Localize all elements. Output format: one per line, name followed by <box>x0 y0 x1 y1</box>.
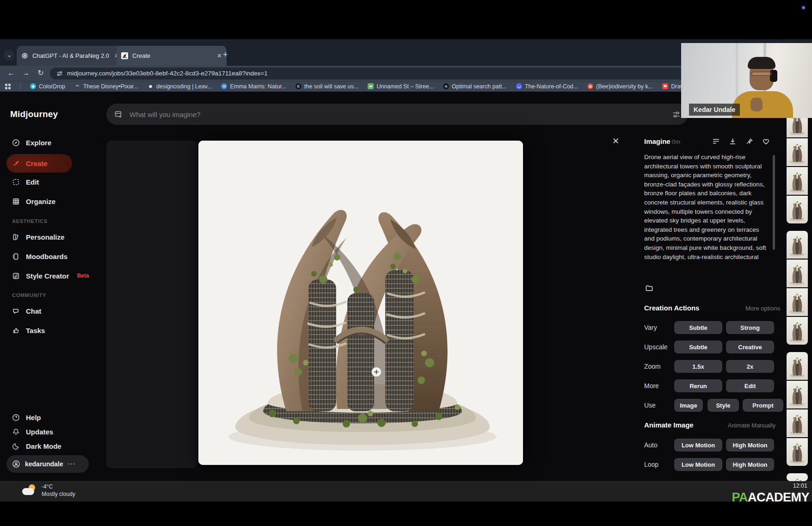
recording-indicator-dot <box>802 6 805 9</box>
use-style-button[interactable]: Style <box>707 399 739 412</box>
tab-search-chevron-icon[interactable]: ⌄ <box>4 50 15 61</box>
heart-icon[interactable] <box>762 137 770 145</box>
bookmark-item[interactable]: GEmma Marris: Natur... <box>221 83 286 90</box>
job-thumbnail[interactable] <box>787 260 808 287</box>
user-menu-ellipsis[interactable]: ··· <box>68 460 75 468</box>
bookmark-item[interactable]: ◎(Bee)iodiversity by k... <box>587 83 653 90</box>
job-thumbnail[interactable] <box>787 231 808 259</box>
tab-title: Create <box>132 52 213 59</box>
job-thumbnail[interactable] <box>787 381 808 408</box>
sidebar-item-create-active[interactable]: Create <box>6 154 72 173</box>
site-settings-icon[interactable] <box>56 70 63 77</box>
job-thumbnail[interactable] <box>787 317 808 345</box>
architecture-render <box>198 141 523 465</box>
speaker-torso <box>732 91 793 118</box>
bookmark-favicon-icon: ◎ <box>587 83 593 89</box>
grid-icon <box>12 198 20 205</box>
job-thumbnail[interactable] <box>787 196 808 223</box>
image-plus-icon[interactable] <box>114 110 123 119</box>
upscale-subtle-button[interactable]: Subtle <box>674 340 722 353</box>
bookmark-item[interactable]: Cthe soil will save us... <box>295 83 358 90</box>
rerun-button[interactable]: Rerun <box>674 379 722 392</box>
bookmark-item[interactable]: ◆ColorDrop <box>30 83 65 90</box>
vary-subtle-button[interactable]: Subtle <box>674 321 722 334</box>
bookmark-favicon-icon: ◠ <box>74 83 80 89</box>
bookmark-item[interactable]: ◡The-Nature-of-Cod... <box>516 83 578 90</box>
folder-icon[interactable] <box>645 284 653 292</box>
new-tab-button[interactable]: + <box>223 50 228 59</box>
sidebar-item-help[interactable]: Help <box>12 412 41 423</box>
bookmark-favicon-icon: ✉ <box>662 83 668 89</box>
auto-low-motion-button[interactable]: Low Motion <box>674 439 722 452</box>
sidebar-item-create[interactable]: Create <box>12 158 48 169</box>
sidebar-item-edit[interactable]: Edit <box>12 176 39 187</box>
midjourney-favicon-icon <box>121 52 128 59</box>
browser-tab-chatgpt[interactable]: ChatGPT - AI & ParaNeg 2.0 ✕ <box>17 46 124 66</box>
bookmark-item[interactable]: ◠These Disney•Pixar... <box>74 83 138 90</box>
job-thumbnail[interactable] <box>787 438 808 466</box>
job-thumbnail[interactable] <box>787 167 808 195</box>
bookmark-item[interactable]: ▰Unnamed St – Stree... <box>368 83 434 90</box>
zoom-2x-button[interactable]: 2x <box>726 360 774 373</box>
sidebar-item-updates[interactable]: Updates <box>12 426 53 437</box>
taskbar-clock[interactable]: 12:01 <box>793 483 807 489</box>
upscale-label: Upscale <box>644 343 668 351</box>
sidebar-item-moodboards[interactable]: Moodboards <box>12 251 68 262</box>
pin-icon[interactable] <box>745 137 753 145</box>
job-thumbnail[interactable] <box>787 409 808 437</box>
job-thumbnail[interactable] <box>787 473 808 481</box>
imagine-input[interactable] <box>129 110 666 119</box>
generated-image[interactable] <box>198 141 523 465</box>
reload-icon[interactable]: ↻ <box>35 68 46 79</box>
weather-temp: -4°C <box>42 483 75 490</box>
use-image-button[interactable]: Image <box>674 399 703 412</box>
bookmark-item[interactable]: nOptimal search patt... <box>443 83 507 90</box>
user-account-button[interactable]: kedarundale ··· <box>6 455 89 473</box>
use-prompt-button[interactable]: Prompt <box>743 399 783 412</box>
lines-icon[interactable] <box>712 137 720 145</box>
sidebar-item-personalize[interactable]: Personalize <box>12 231 64 242</box>
loop-high-motion-button[interactable]: High Motion <box>726 458 774 471</box>
sidebar-item-dark-mode[interactable]: Dark Mode <box>12 440 62 452</box>
vary-strong-button[interactable]: Strong <box>726 321 774 334</box>
address-bar[interactable]: midjourney.com/jobs/33e03eb0-8ebf-42c2-8… <box>50 68 690 80</box>
filters-icon[interactable] <box>672 110 681 119</box>
tab-close-icon[interactable]: ✕ <box>217 52 222 59</box>
thumbnail-group <box>787 473 808 481</box>
bookmark-favicon-icon: ◍ <box>148 83 154 89</box>
browser-tab-create[interactable]: Create ✕ <box>117 46 227 66</box>
bookmark-item[interactable]: ◍designcoding | Leav... <box>148 83 212 90</box>
job-thumbnail[interactable] <box>787 352 808 380</box>
zoom-label: Zoom <box>644 363 661 370</box>
zoom-15x-button[interactable]: 1.5x <box>674 360 722 373</box>
sidebar-item-tasks[interactable]: Tasks <box>12 325 45 336</box>
prompt-scrollbar[interactable] <box>773 155 775 250</box>
sidebar-item-chat[interactable]: Chat <box>12 305 41 316</box>
creation-actions-title: Creation Actions <box>644 304 699 312</box>
job-thumbnail[interactable] <box>787 138 808 166</box>
prompt-text[interactable]: Drone aerial view of curved high-rise ar… <box>644 153 770 261</box>
sidebar-item-style-creator[interactable]: Style Creator Beta <box>12 270 89 281</box>
brush-icon <box>12 160 20 167</box>
more-label: More <box>644 382 659 390</box>
sidebar-item-organize[interactable]: Organize <box>12 196 55 207</box>
apps-grid-icon[interactable] <box>5 83 11 90</box>
animate-manually-link[interactable]: Animate Manually <box>728 422 775 429</box>
thumbnail-group <box>787 110 808 223</box>
back-icon[interactable]: ← <box>6 68 17 79</box>
weather-widget[interactable]: -4°CMostly cloudy <box>22 483 75 498</box>
imagine-bar[interactable] <box>106 104 688 125</box>
edit-button[interactable]: Edit <box>726 379 774 392</box>
midjourney-logo[interactable]: Midjourney <box>10 109 58 119</box>
more-options-link[interactable]: More options <box>745 305 780 312</box>
close-lightbox-icon[interactable]: ✕ <box>612 136 619 146</box>
job-thumbnail[interactable] <box>787 288 808 316</box>
sidebar-item-explore[interactable]: Explore <box>12 137 51 148</box>
style-creator-icon <box>12 272 20 280</box>
upscale-creative-button[interactable]: Creative <box>726 340 774 353</box>
download-icon[interactable] <box>729 137 737 145</box>
auto-high-motion-button[interactable]: High Motion <box>726 439 774 452</box>
forward-icon[interactable]: → <box>20 68 31 79</box>
bookmark-favicon-icon: ◆ <box>30 83 36 89</box>
loop-low-motion-button[interactable]: Low Motion <box>674 458 722 471</box>
